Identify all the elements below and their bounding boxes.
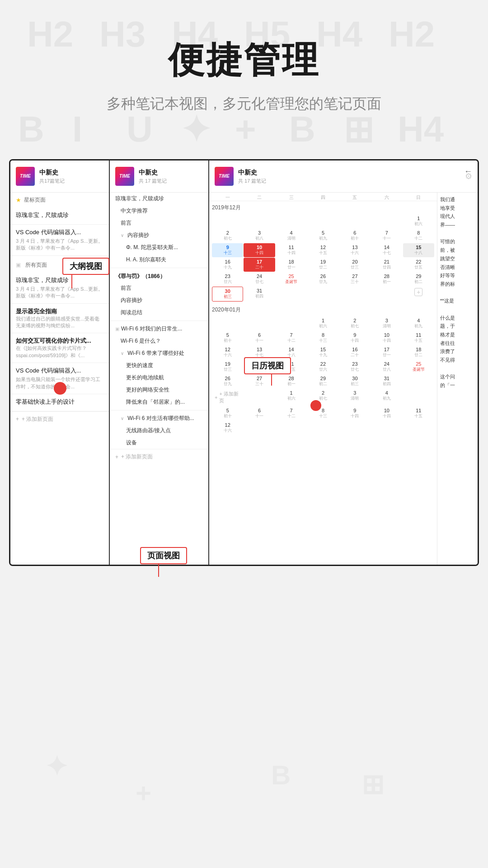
cal-day[interactable]: 31初四	[244, 287, 275, 302]
cal-day[interactable]: 9十四	[339, 331, 371, 345]
cal-day[interactable]: 12十六	[212, 421, 243, 435]
outline-item[interactable]: Wi-Fi 6 是什么？	[110, 335, 208, 347]
cal-day[interactable]: 11十五	[403, 406, 434, 420]
cal-day[interactable]: 29初二	[403, 272, 434, 286]
outline-item[interactable]: 更好的网络安全性	[110, 384, 208, 396]
cal-day[interactable]: 8十三	[307, 331, 338, 345]
cal-day[interactable]: 20廿三	[339, 258, 371, 272]
cal-day[interactable]: 24廿八	[371, 360, 402, 374]
outline-item[interactable]: 中文学推荐	[110, 205, 208, 217]
cal-day[interactable]: 21廿四	[371, 258, 402, 272]
outline-item[interactable]: Φ. M. 陀思妥耶夫斯...	[110, 241, 208, 254]
outline-item[interactable]: H. A. 别尔嘉耶夫	[110, 254, 208, 266]
cal-day-today[interactable]: 9十三	[212, 243, 243, 257]
cal-day[interactable]: 12十五	[307, 243, 338, 257]
cal-day[interactable]: 10十四	[371, 331, 402, 345]
cal-day[interactable]	[276, 316, 307, 330]
cal-day[interactable]: 19廿二	[307, 258, 338, 272]
cal-day[interactable]: 1初六	[276, 389, 307, 406]
outline-item[interactable]: 前言	[110, 217, 208, 229]
cal-day[interactable]: 16十九	[212, 258, 243, 272]
cal-day[interactable]: 30初三	[339, 374, 371, 388]
cal-day[interactable]: 4初九	[403, 316, 434, 330]
cal-day[interactable]	[339, 287, 371, 302]
back-arrow[interactable]: ←	[464, 167, 472, 176]
cal-day-30[interactable]: 30初三	[212, 287, 243, 302]
cal-day[interactable]: 4清明	[276, 229, 307, 243]
cal-day[interactable]: 17二十	[244, 258, 275, 272]
cal-day[interactable]	[307, 214, 338, 228]
cal-day[interactable]: 22廿五	[403, 258, 434, 272]
cal-day[interactable]: 15十九	[307, 345, 338, 359]
cal-day[interactable]	[276, 287, 307, 302]
cal-day[interactable]: 22廿六	[307, 360, 338, 374]
cal-day-selected[interactable]: 10十四	[244, 243, 275, 257]
outline-item[interactable]: 降低来自「邻居家」的...	[110, 396, 208, 408]
outline-item[interactable]: 更快的速度	[110, 359, 208, 372]
cal-day[interactable]: 8十二	[403, 229, 434, 243]
cal-day[interactable]	[212, 214, 243, 228]
cal-day[interactable]	[212, 316, 243, 330]
cal-add-button[interactable]: + + 添加新页	[212, 389, 243, 406]
cal-day[interactable]: 31初四	[371, 374, 402, 388]
cal-day[interactable]: 5初十	[212, 331, 243, 345]
cal-day[interactable]: 7十一	[371, 229, 402, 243]
outline-item[interactable]: 阅读总结	[110, 307, 208, 319]
cal-day[interactable]: 3清明	[371, 316, 402, 330]
outline-item[interactable]: 设备	[110, 437, 208, 449]
cal-day[interactable]: 18廿一	[276, 258, 307, 272]
cal-day[interactable]: 9十四	[339, 406, 371, 420]
outline-item[interactable]: 前言	[110, 282, 208, 294]
cal-day[interactable]: 29初二	[307, 374, 338, 388]
cal-day[interactable]	[244, 389, 275, 406]
cal-day[interactable]: 1初六	[307, 316, 338, 330]
cal-day[interactable]: 19廿三	[212, 360, 243, 374]
cal-day[interactable]: 10十四	[371, 406, 402, 420]
cal-day[interactable]	[244, 214, 275, 228]
add-day-button[interactable]: +	[414, 288, 422, 296]
cal-day[interactable]	[307, 287, 338, 302]
cal-day[interactable]: 7十二	[276, 406, 307, 420]
outline-item[interactable]: ∨ 内容摘抄	[110, 229, 208, 241]
cal-day[interactable]	[244, 316, 275, 330]
cal-day[interactable]	[403, 389, 434, 406]
cal-day[interactable]: 15十八	[403, 243, 434, 257]
cal-day[interactable]	[403, 374, 434, 388]
cal-day[interactable]: 7十二	[276, 331, 307, 345]
outline-item[interactable]: 无线路由器/接入点	[110, 425, 208, 437]
outline-item[interactable]: 更长的电池续航	[110, 372, 208, 384]
cal-day[interactable]: 6十一	[244, 331, 275, 345]
cal-day[interactable]: 1初六	[403, 214, 434, 228]
cal-day[interactable]: 3清明	[339, 389, 371, 406]
outline-item[interactable]: ∨ Wi-Fi 6 对生活有哪些帮助...	[110, 412, 208, 425]
cal-day[interactable]: 17廿一	[371, 345, 402, 359]
list-item[interactable]: 显示器完全指南 我们通过自己的眼睛感受实世...受着毫无束缚的视野与绚烂缤纷..…	[10, 304, 109, 334]
cal-day[interactable]: 25圣诞节	[276, 272, 307, 286]
cal-day[interactable]: 26廿九	[212, 374, 243, 388]
cal-day[interactable]: 16二十	[339, 345, 371, 359]
cal-day[interactable]: 24廿七	[244, 272, 275, 286]
cal-day[interactable]: 23廿六	[212, 272, 243, 286]
wifi-title-row[interactable]: ▣ Wi-Fi 6 对我们的日常生...	[110, 323, 208, 335]
cal-day[interactable]: +	[403, 287, 434, 302]
list-item[interactable]: 琼瑰非宝，尺牍成珍	[10, 208, 109, 225]
cal-day[interactable]: 28初一	[371, 272, 402, 286]
cal-day[interactable]: 2初七	[212, 229, 243, 243]
list-item[interactable]: 零基础快读上手的设计	[10, 394, 109, 411]
cal-day[interactable]: 13十六	[339, 243, 371, 257]
cal-day[interactable]: 4初九	[371, 389, 402, 406]
cal-day[interactable]: 5初九	[307, 229, 338, 243]
cal-day[interactable]: 2初七	[339, 316, 371, 330]
cal-day[interactable]: 25圣诞节	[403, 360, 434, 374]
cal-day[interactable]: 18廿二	[403, 345, 434, 359]
cal-day[interactable]: 26廿九	[307, 272, 338, 286]
cal-day[interactable]	[276, 214, 307, 228]
cal-day[interactable]: 11十五	[403, 331, 434, 345]
list-item[interactable]: 如何交互可视化你的卡片式... 在《[如何高效实践卡片式写作？sspai.com…	[10, 333, 109, 363]
cal-day[interactable]: 12十六	[212, 345, 243, 359]
outline-item[interactable]: 琼瑰非宝，尺牍成珍	[110, 193, 208, 205]
add-page-button-2[interactable]: + + 添加新页面	[110, 449, 208, 464]
add-page-button[interactable]: + + 添加新页面	[10, 411, 109, 427]
list-item[interactable]: VS Code 代码编辑器入... 3 月 4 日，苹果发布了《App S...…	[10, 225, 109, 256]
outline-item[interactable]: 内容摘抄	[110, 294, 208, 307]
